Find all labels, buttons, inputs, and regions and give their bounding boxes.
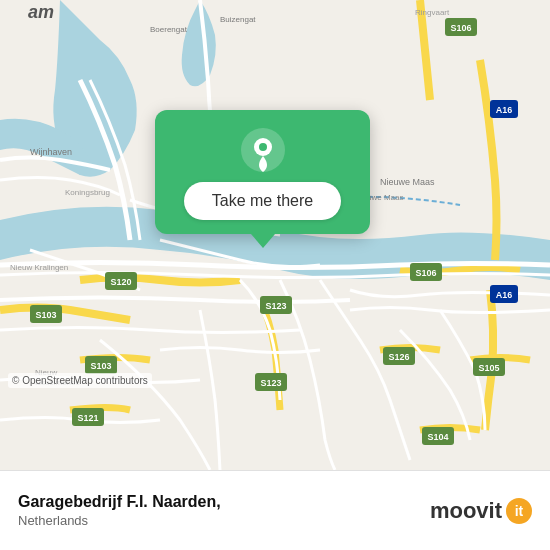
svg-text:A16: A16 [496, 105, 513, 115]
svg-text:S104: S104 [427, 432, 448, 442]
moovit-text: moovit [430, 498, 502, 524]
moovit-logo: moovit it [430, 498, 532, 524]
svg-text:S106: S106 [450, 23, 471, 33]
svg-text:A16: A16 [496, 290, 513, 300]
svg-text:S103: S103 [35, 310, 56, 320]
svg-text:S123: S123 [265, 301, 286, 311]
copyright-text: © OpenStreetMap contributors [8, 373, 152, 388]
svg-text:S120: S120 [110, 277, 131, 287]
svg-text:Nieuwe Maas: Nieuwe Maas [380, 177, 435, 187]
svg-text:S126: S126 [388, 352, 409, 362]
svg-text:Boerengat: Boerengat [150, 25, 188, 34]
map-area: S106 A16 S120 S103 S106 A16 S123 S103 S1… [0, 0, 550, 470]
place-name: Garagebedrijf F.I. Naarden, [18, 493, 221, 511]
svg-text:S106: S106 [415, 268, 436, 278]
svg-text:S121: S121 [77, 413, 98, 423]
location-pin-icon [241, 128, 285, 172]
svg-text:Wijnhaven: Wijnhaven [30, 147, 72, 157]
place-country: Netherlands [18, 513, 221, 528]
svg-text:Ringvaart: Ringvaart [415, 8, 450, 17]
svg-text:Nieuw Kralingen: Nieuw Kralingen [10, 263, 68, 272]
svg-text:S105: S105 [478, 363, 499, 373]
moovit-logo-icon: it [506, 498, 532, 524]
location-info: Garagebedrijf F.I. Naarden, Netherlands [18, 493, 221, 528]
svg-text:S123: S123 [260, 378, 281, 388]
svg-text:Koningsbrug: Koningsbrug [65, 188, 110, 197]
bottom-bar: Garagebedrijf F.I. Naarden, Netherlands … [0, 470, 550, 550]
svg-text:S103: S103 [90, 361, 111, 371]
svg-text:Buizengat: Buizengat [220, 15, 256, 24]
location-popup: Take me there [155, 110, 370, 234]
take-me-there-button[interactable]: Take me there [184, 182, 341, 220]
svg-point-41 [259, 143, 267, 151]
svg-text:am: am [28, 2, 54, 22]
